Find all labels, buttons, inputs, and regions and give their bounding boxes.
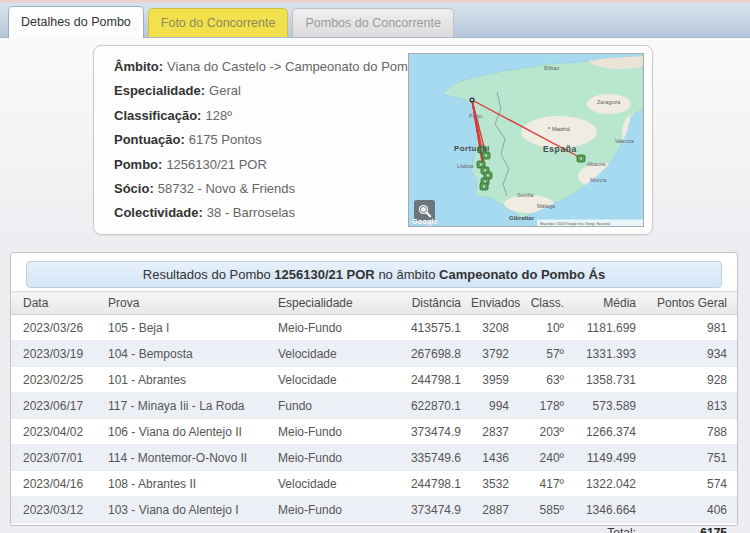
map-city-label: Porto <box>469 113 482 119</box>
table-cell: Velocidade <box>266 341 366 367</box>
table-cell: 934 <box>646 341 737 367</box>
tab-foto-do-concorrente[interactable]: Foto do Concorrente <box>148 8 289 37</box>
map-canvas: Bilbao Zaragoza Porto Madrid Lisboa Vale… <box>409 54 643 226</box>
table-cell: 335749.6 <box>366 445 471 471</box>
table-cell: 267698.8 <box>366 341 471 367</box>
table-cell: 1322.042 <box>574 471 646 497</box>
table-cell: 573.589 <box>574 393 646 419</box>
map-city-label: Gibraltar <box>509 215 535 221</box>
map-city-label: Lisboa <box>457 163 474 169</box>
pigeon-details-panel: Âmbito:Viana do Castelo -> Campeonato do… <box>93 45 653 235</box>
tab-content-panel: Âmbito:Viana do Castelo -> Campeonato do… <box>0 38 750 533</box>
table-cell: 813 <box>646 393 737 419</box>
column-header-media: Média <box>574 292 646 315</box>
table-cell: 105 - Beja I <box>96 315 266 341</box>
pigeon-details-fields: Âmbito:Viana do Castelo -> Campeonato do… <box>114 55 414 226</box>
map-region-label-portugal: Portugal <box>454 144 490 153</box>
results-title: Resultados do Pombo 1256130/21 POR no âm… <box>26 261 722 288</box>
table-cell: 2023/06/17 <box>11 393 96 419</box>
table-cell: 2837 <box>471 419 519 445</box>
detail-field: Âmbito:Viana do Castelo -> Campeonato do… <box>114 55 414 79</box>
table-cell: 1331.393 <box>574 341 646 367</box>
table-cell: 2023/03/12 <box>11 497 96 523</box>
table-cell: 622870.1 <box>366 393 471 419</box>
table-cell: 928 <box>646 367 737 393</box>
column-header-prova: Prova <box>96 292 266 315</box>
map-city-label: Sevilla <box>517 192 534 198</box>
table-row: 2023/03/26105 - Beja IMeio-Fundo413575.1… <box>11 315 737 341</box>
column-header-data: Data <box>11 292 96 315</box>
table-cell: 1436 <box>471 445 519 471</box>
table-cell: Velocidade <box>266 471 366 497</box>
table-row: 2023/03/12103 - Viana do Alentejo IMeio-… <box>11 497 737 523</box>
table-cell: 2023/03/19 <box>11 341 96 367</box>
results-title-prefix: Resultados do Pombo <box>143 267 275 282</box>
table-row: 2023/04/16108 - Abrantes IIVelocidade244… <box>11 471 737 497</box>
route-map[interactable]: Bilbao Zaragoza Porto Madrid Lisboa Vale… <box>408 53 644 227</box>
total-value: 6175 <box>646 523 737 533</box>
results-title-championship: Campeonato do Pombo Ás <box>439 267 605 282</box>
map-city-label: Madrid <box>552 126 570 132</box>
table-cell: 3532 <box>471 471 519 497</box>
results-section: Resultados do Pombo 1256130/21 POR no âm… <box>10 252 738 526</box>
table-cell: Meio-Fundo <box>266 315 366 341</box>
tab-detalhes-do-pombo[interactable]: Detalhes do Pombo <box>8 6 144 38</box>
table-cell: 10º <box>519 315 574 341</box>
detail-field: Colectividade:38 - Barroselas <box>114 201 414 225</box>
table-cell: 1181.699 <box>574 315 646 341</box>
total-label: Total: <box>11 523 646 533</box>
map-attribution: Map data ©2023 Google Inst. Geogr. Nacio… <box>537 220 643 227</box>
tab-pombos-do-concorrente[interactable]: Pombos do Concorrente <box>292 8 454 37</box>
detail-field: Pontuação:6175 Pontos <box>114 128 414 152</box>
table-header-row: Data Prova Especialidade Distância Envia… <box>11 292 737 315</box>
table-row: 2023/06/17117 - Minaya Iii - La RodaFund… <box>11 393 737 419</box>
table-cell: Meio-Fundo <box>266 497 366 523</box>
table-cell: 2023/02/25 <box>11 367 96 393</box>
table-cell: 417º <box>519 471 574 497</box>
column-header-especialidade: Especialidade <box>266 292 366 315</box>
google-logo[interactable]: Google <box>412 217 438 226</box>
table-cell: Fundo <box>266 393 366 419</box>
table-cell: 585º <box>519 497 574 523</box>
svg-text:Map data ©2023 Google Inst. Ge: Map data ©2023 Google Inst. Geogr. Nacio… <box>540 222 610 226</box>
table-cell: 114 - Montemor-O-Novo II <box>96 445 266 471</box>
map-city-dot <box>548 127 550 129</box>
results-tbody: 2023/03/26105 - Beja IMeio-Fundo413575.1… <box>11 315 737 523</box>
table-cell: 406 <box>646 497 737 523</box>
map-city-label: Valencia <box>615 138 634 144</box>
table-cell: 104 - Bemposta <box>96 341 266 367</box>
column-header-pontos-geral: Pontos Geral <box>646 292 737 315</box>
total-row: Total: 6175 <box>11 523 737 533</box>
tab-bar: Detalhes do Pombo Foto do Concorrente Po… <box>0 3 750 38</box>
table-cell: 788 <box>646 419 737 445</box>
results-title-middle: no âmbito <box>375 267 439 282</box>
table-cell: 751 <box>646 445 737 471</box>
table-cell: 981 <box>646 315 737 341</box>
detail-field: Especialidade:Geral <box>114 79 414 103</box>
table-cell: 1149.499 <box>574 445 646 471</box>
table-cell: 240º <box>519 445 574 471</box>
table-cell: 3792 <box>471 341 519 367</box>
table-cell: 373474.9 <box>366 419 471 445</box>
table-cell: 2023/07/01 <box>11 445 96 471</box>
table-cell: 994 <box>471 393 519 419</box>
table-cell: 63º <box>519 367 574 393</box>
map-city-label: Bilbao <box>544 65 559 71</box>
table-cell: 108 - Abrantes II <box>96 471 266 497</box>
table-cell: 117 - Minaya Iii - La Roda <box>96 393 266 419</box>
results-table: Data Prova Especialidade Distância Envia… <box>11 291 737 533</box>
map-region-label-espanha: España <box>543 144 577 154</box>
table-cell: 101 - Abrantes <box>96 367 266 393</box>
table-cell: Velocidade <box>266 367 366 393</box>
table-cell: 2023/03/26 <box>11 315 96 341</box>
table-cell: 57º <box>519 341 574 367</box>
table-cell: 244798.1 <box>366 471 471 497</box>
detail-field: Pombo:1256130/21 POR <box>114 153 414 177</box>
table-cell: 178º <box>519 393 574 419</box>
map-city-label: Málaga <box>537 203 556 209</box>
table-cell: 413575.1 <box>366 315 471 341</box>
column-header-enviados: Enviados <box>471 292 519 315</box>
detail-field: Sócio:58732 - Novo & Friends <box>114 177 414 201</box>
table-cell: 1266.374 <box>574 419 646 445</box>
table-cell: 103 - Viana do Alentejo I <box>96 497 266 523</box>
